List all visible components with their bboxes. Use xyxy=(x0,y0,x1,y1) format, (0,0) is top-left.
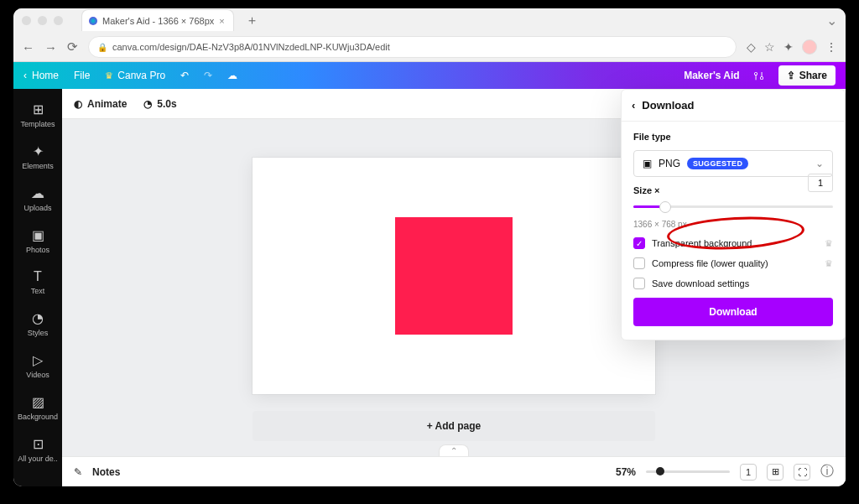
sidebar-label: Uploads xyxy=(23,204,51,212)
window-close-dot[interactable] xyxy=(22,16,31,25)
share-button[interactable]: ⇪ Share xyxy=(778,65,836,86)
file-type-value: PNG xyxy=(659,158,680,169)
notes-icon: ✎ xyxy=(74,466,82,478)
crown-icon: ♛ xyxy=(825,258,833,269)
compress-option[interactable]: Compress file (lower quality) ♛ xyxy=(633,257,833,269)
background-icon: ▨ xyxy=(32,394,44,410)
size-slider[interactable] xyxy=(633,205,833,208)
animate-icon: ◐ xyxy=(74,98,82,110)
help-button[interactable]: ⓘ xyxy=(820,463,834,481)
sidebar-item-videos[interactable]: ▷Videos xyxy=(13,345,62,387)
crown-icon: ♛ xyxy=(825,238,833,249)
new-tab-button[interactable]: ＋ xyxy=(246,13,258,29)
sidebar-label: Text xyxy=(31,287,45,295)
chevron-down-icon[interactable]: ⌄ xyxy=(826,13,837,29)
sidebar-item-photos[interactable]: ▣Photos xyxy=(13,220,62,262)
sidebar-item-uploads[interactable]: ☁Uploads xyxy=(13,178,62,220)
transparent-bg-option[interactable]: ✓ Transparent background ♛ xyxy=(633,237,833,249)
back-button[interactable]: ← xyxy=(22,40,34,55)
notes-button[interactable]: Notes xyxy=(92,466,120,478)
insights-icon[interactable]: ⫯⫰ xyxy=(753,69,765,82)
home-link[interactable]: ‹ Home xyxy=(23,70,59,81)
window-min-dot[interactable] xyxy=(38,16,47,25)
chevron-down-icon: ⌄ xyxy=(815,158,824,169)
redo-button[interactable]: ↷ xyxy=(204,70,212,81)
panel-title: Download xyxy=(642,99,694,112)
file-menu[interactable]: File xyxy=(74,70,90,81)
clock-icon: ◔ xyxy=(143,98,152,110)
upload-icon: ⇪ xyxy=(787,70,795,81)
url-text: canva.com/design/DAE-NzV3p8A/01NVlNzdedL… xyxy=(112,42,390,52)
save-settings-label: Save download settings xyxy=(652,278,749,288)
duration-button[interactable]: ◔ 5.0s xyxy=(143,98,176,110)
file-type-label: File type xyxy=(633,132,833,142)
sidebar-label: All your de.. xyxy=(18,455,58,463)
puzzle-icon[interactable]: ✦ xyxy=(784,40,794,54)
panel-back-icon[interactable]: ‹ xyxy=(632,99,635,112)
zoom-slider[interactable] xyxy=(646,470,730,473)
suggested-badge: SUGGESTED xyxy=(687,158,748,169)
elements-icon: ✦ xyxy=(33,143,44,159)
close-tab-icon[interactable]: × xyxy=(219,16,224,26)
checkbox-empty-icon xyxy=(633,257,645,269)
add-page-button[interactable]: + Add page xyxy=(252,411,655,441)
extensions-icon[interactable]: ◇ xyxy=(747,40,756,54)
videos-icon: ▷ xyxy=(33,352,43,368)
sidebar-item-text[interactable]: TText xyxy=(13,262,62,303)
grid-view-button[interactable]: ⊞ xyxy=(767,464,784,481)
profile-avatar[interactable] xyxy=(802,39,817,55)
text-icon: T xyxy=(34,269,42,284)
checkbox-empty-icon xyxy=(633,278,645,289)
download-button[interactable]: Download xyxy=(633,298,833,326)
sidebar-label: Photos xyxy=(26,246,49,254)
favicon-icon xyxy=(89,17,97,25)
page-count[interactable]: 1 xyxy=(740,464,757,481)
sidebar-label: Elements xyxy=(22,162,54,170)
home-label: Home xyxy=(32,70,59,81)
browser-tab[interactable]: Maker's Aid - 1366 × 768px × xyxy=(81,9,234,31)
sidebar-label: Background xyxy=(18,413,58,421)
size-input[interactable]: 1 xyxy=(808,174,833,192)
sidebar-label: Videos xyxy=(26,371,49,379)
window-max-dot[interactable] xyxy=(54,16,63,25)
grid-icon: ⊡ xyxy=(33,436,44,452)
bookmark-icon[interactable]: ☆ xyxy=(764,40,775,54)
animate-button[interactable]: ◐ Animate xyxy=(74,98,127,110)
zoom-percentage[interactable]: 57% xyxy=(616,466,636,478)
undo-button[interactable]: ↶ xyxy=(180,70,189,81)
download-panel: ‹ Download File type ▣ PNG SUGGESTED ⌄ S… xyxy=(621,89,846,340)
uploads-icon: ☁ xyxy=(31,185,44,201)
reload-button[interactable]: ⟳ xyxy=(67,39,78,55)
red-square-shape[interactable] xyxy=(395,217,513,335)
sidebar-item-styles[interactable]: ◔Styles xyxy=(13,303,62,345)
forward-button[interactable]: → xyxy=(44,40,57,55)
save-settings-option[interactable]: Save download settings xyxy=(633,278,833,289)
sidebar-item-background[interactable]: ▨Background xyxy=(13,387,62,429)
kebab-menu-icon[interactable]: ⋮ xyxy=(825,40,837,54)
compress-label: Compress file (lower quality) xyxy=(652,258,768,268)
file-type-select[interactable]: ▣ PNG SUGGESTED ⌄ xyxy=(633,150,833,177)
sidebar-item-elements[interactable]: ✦Elements xyxy=(13,136,62,178)
zoom-handle[interactable] xyxy=(656,467,664,475)
transparent-bg-label: Transparent background xyxy=(652,238,752,248)
sidebar-label: Templates xyxy=(20,120,55,128)
left-sidebar: ⊞Templates ✦Elements ☁Uploads ▣Photos TT… xyxy=(13,89,62,486)
canva-pro-link[interactable]: ♛ Canva Pro xyxy=(105,70,165,81)
design-page[interactable] xyxy=(252,158,655,394)
page-handle[interactable]: ⌃ xyxy=(439,444,469,456)
size-label: Size × xyxy=(633,185,833,195)
photos-icon: ▣ xyxy=(32,227,44,243)
animate-label: Animate xyxy=(87,98,127,110)
image-icon: ▣ xyxy=(643,158,652,169)
duration-label: 5.0s xyxy=(157,98,176,110)
sidebar-item-all-designs[interactable]: ⊡All your de.. xyxy=(13,429,62,470)
cloud-sync-icon[interactable]: ☁ xyxy=(227,70,237,81)
crown-icon: ♛ xyxy=(105,70,113,81)
fullscreen-button[interactable]: ⛶ xyxy=(794,464,810,481)
sidebar-label: Styles xyxy=(28,329,49,337)
sidebar-item-templates[interactable]: ⊞Templates xyxy=(13,94,62,136)
address-bar[interactable]: 🔒 canva.com/design/DAE-NzV3p8A/01NVlNzde… xyxy=(88,36,737,58)
project-name[interactable]: Maker's Aid xyxy=(684,70,739,81)
canva-pro-label: Canva Pro xyxy=(117,70,165,81)
share-label: Share xyxy=(799,70,827,81)
